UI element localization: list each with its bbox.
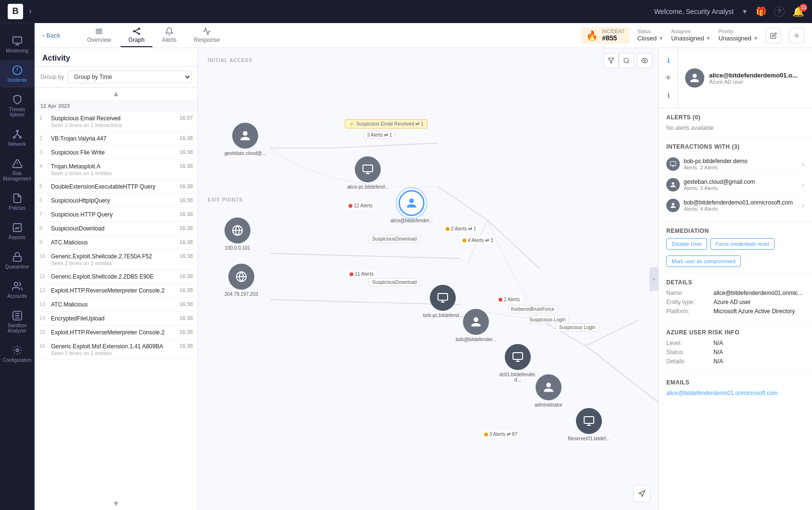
interactions-section-title: INTERACTIONS WITH (3) <box>666 143 804 150</box>
rp-info-icon[interactable]: ℹ <box>659 52 678 69</box>
sidebar-item-configuration[interactable]: Configuration <box>0 340 34 368</box>
alert-float-2-mid: 2 Alerts <box>496 296 522 303</box>
sidebar-item-reports[interactable]: Reports <box>0 217 34 245</box>
node-alice-ad[interactable]: alice@bitdefender... <box>390 190 433 223</box>
sidebar-toggle[interactable]: › <box>29 6 32 16</box>
activity-item[interactable]: 14 EncryptedFileUpload 16:38 <box>35 312 198 326</box>
sidebar-item-sandbox[interactable]: Sandbox Analyzer <box>0 306 34 338</box>
node-dc01[interactable]: dc01.bitdefender.d... <box>496 344 539 382</box>
activity-item[interactable]: 11 Generic.Exploit.Shellcode.2.2DB5 E90E… <box>35 270 198 284</box>
locate-button[interactable] <box>633 485 650 502</box>
sidebar-item-incidents[interactable]: Incidents <box>0 60 34 88</box>
sidebar-item-policies[interactable]: Policies <box>0 188 34 216</box>
sidebar-item-risk[interactable]: Risk Management <box>0 153 34 186</box>
svg-point-16 <box>133 30 135 32</box>
activity-item[interactable]: 8 SuspiciousDownload 16:38 <box>35 222 198 236</box>
activity-item[interactable]: 10 Generic.Exploit.Shellcode.2.7E50A F52… <box>35 250 198 270</box>
scroll-down[interactable]: ▼ <box>35 497 198 510</box>
interaction-name: bob-pc.bitdefender.demo <box>684 158 798 165</box>
activity-item[interactable]: 2 VB:Trojan.Valyria.447 16:38 <box>35 132 198 146</box>
remediation-section: REMEDIATION Disable User Force credentia… <box>659 222 812 273</box>
dropdown-arrow-icon[interactable]: ▼ <box>741 8 748 15</box>
suspicious-login-badge[interactable]: Suspicious Login <box>526 316 569 324</box>
assignee-dropdown[interactable]: Unassigned ▼ <box>671 35 711 42</box>
view-button[interactable] <box>637 53 652 68</box>
edit-button[interactable] <box>766 28 781 43</box>
sidebar-item-monitoring[interactable]: Monitoring <box>0 31 34 58</box>
node-bob-ad[interactable]: bob@bitdefender... <box>456 309 497 342</box>
interaction-item[interactable]: gesteban.cloud@gmail.com Alerts: 3 Alert… <box>666 175 804 195</box>
gift-icon[interactable]: 🎁 <box>756 6 766 17</box>
svg-marker-44 <box>639 490 645 497</box>
suspicious-email-badge[interactable]: ⚡ Suspicious Email Received ⇄ 1 <box>345 119 427 128</box>
filter-button[interactable] <box>603 53 619 68</box>
subheader: ‹ Back Overview Graph Alerts Re <box>35 23 812 48</box>
back-button[interactable]: ‹ Back <box>42 32 60 39</box>
suspicious-dl-bottom[interactable]: SuspiciousDownload <box>369 278 420 286</box>
item-time: 16:38 <box>175 163 193 169</box>
item-content: Suspicious HTTP Query <box>51 211 173 218</box>
node-fileserver[interactable]: fileserver01.bitdef... <box>568 408 610 441</box>
scroll-up[interactable]: ▲ <box>35 88 198 100</box>
initial-access-label: INITIAL ACCESS <box>208 58 252 63</box>
activity-item[interactable]: 3 Suspicious File Write 16:38 <box>35 146 198 160</box>
tab-alerts[interactable]: Alerts <box>154 24 185 47</box>
sidebar-item-quarantine[interactable]: Quarantine <box>0 247 34 274</box>
rp-info2-icon[interactable]: 👁 <box>659 69 678 87</box>
disable-user-button[interactable]: Disable User <box>666 238 707 250</box>
sidebar-item-threats[interactable]: Threats Xplorer <box>0 89 34 122</box>
gesteban-label: gesteban.cloud@... <box>225 151 266 156</box>
svg-point-4 <box>19 137 21 139</box>
sidebar-label-sandbox: Sandbox Analyzer <box>4 323 30 333</box>
activity-item[interactable]: 7 Suspicious HTTP Query 16:38 <box>35 208 198 222</box>
sidebar-item-accounts[interactable]: Accounts <box>0 276 34 304</box>
priority-dropdown[interactable]: Unassigned ▼ <box>718 35 758 42</box>
status-dropdown[interactable]: Closed ▼ <box>637 35 663 42</box>
svg-point-21 <box>796 35 798 37</box>
suspicious-dl-top[interactable]: SuspiciousDownload <box>369 235 420 243</box>
collapse-right-button[interactable]: » <box>650 267 658 291</box>
gesteban-avatar <box>232 123 258 149</box>
activity-item[interactable]: 13 ATC.Malicious 16:38 <box>35 298 198 312</box>
alerts-section: ALERTS (0) No alerts available <box>659 108 812 138</box>
activity-item[interactable]: 1 Suspicious Email Received Seen 2 times… <box>35 112 198 132</box>
node-204-ip[interactable]: 204.79.197.203 <box>225 264 258 297</box>
activity-item[interactable]: 12 Exploit.HTTP.ReverseMeterpreter Conso… <box>35 284 198 298</box>
node-gesteban[interactable]: gesteban.cloud@... <box>225 123 266 156</box>
tab-overview[interactable]: Overview <box>79 24 119 47</box>
search-button[interactable] <box>619 53 634 68</box>
activity-item[interactable]: 15 Exploit.HTTP.ReverseMeterpreter Conso… <box>35 326 198 340</box>
item-time: 16:38 <box>175 135 193 141</box>
group-by-select[interactable]: Group by Time Group by Type <box>68 71 192 83</box>
mark-compromised-button[interactable]: Mark user as compromised <box>666 255 741 267</box>
sidebar-item-network[interactable]: Network <box>0 124 34 152</box>
tab-response[interactable]: Response <box>186 24 227 47</box>
item-content: DoubleExtensionExecutableHTTP Query <box>51 183 173 190</box>
force-reset-button[interactable]: Force credentials reset <box>710 238 775 250</box>
kerberos-badge[interactable]: KerberosBruteForce <box>508 305 558 313</box>
node-alice-pc[interactable]: alice-pc.bitdefend... <box>347 156 389 190</box>
activity-item[interactable]: 9 ATC.Malicious 16:38 <box>35 236 198 250</box>
interaction-alerts: Alerts: 3 Alerts <box>684 185 798 191</box>
rp-info3-icon[interactable]: ℹ <box>659 87 678 104</box>
tab-graph[interactable]: Graph <box>121 24 152 47</box>
notification-button[interactable]: 🔔 10 <box>792 6 804 17</box>
interaction-info: bob-pc.bitdefender.demo Alerts: 2 Alerts <box>684 158 798 170</box>
scroll-down-icon[interactable]: ▼ <box>112 499 120 508</box>
item-time: 16:38 <box>175 211 193 217</box>
activity-item[interactable]: 6 SuspiciousHttpIpQuery 16:38 <box>35 194 198 208</box>
interaction-item[interactable]: bob@bitdefenderdemo01.onmicrosoft.com Al… <box>666 195 804 216</box>
scroll-up-icon[interactable]: ▲ <box>112 89 120 98</box>
settings-button[interactable] <box>789 28 804 43</box>
alert-float-3-bottom: 3 Alerts ⇄ 87 <box>482 431 520 438</box>
center-panel: INITIAL ACCESS EXIT POINTS gesteban.clou… <box>198 48 658 510</box>
activity-item[interactable]: 4 Trojan.Metasploit.A Seen 2 times on 1 … <box>35 160 198 180</box>
activity-item[interactable]: 16 Generic.Exploit.Msf.Extension.1.41 A8… <box>35 340 198 360</box>
risk-level-value: N/A <box>713 340 804 346</box>
help-icon[interactable]: ? <box>774 6 785 17</box>
node-100-ip[interactable]: 100.0.0.101 <box>225 217 250 251</box>
node-administrator[interactable]: administrator <box>535 374 562 408</box>
interaction-item[interactable]: bob-pc.bitdefender.demo Alerts: 2 Alerts… <box>666 154 804 175</box>
activity-item[interactable]: 5 DoubleExtensionExecutableHTTP Query 16… <box>35 180 198 194</box>
welcome-text: Welcome, Security Analyst <box>654 8 734 15</box>
